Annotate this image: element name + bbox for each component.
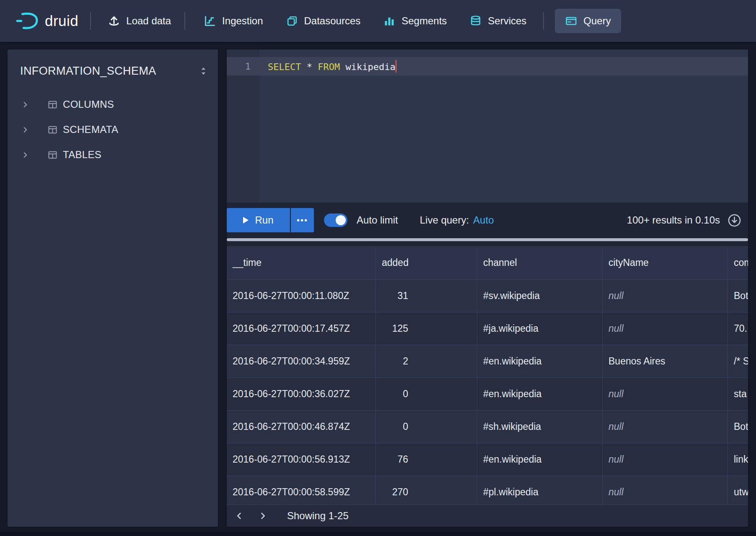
auto-limit-toggle[interactable] <box>324 213 347 227</box>
cell-channel[interactable]: #pl.wikipedia <box>477 476 603 505</box>
nav-label: Load data <box>126 15 171 27</box>
run-button[interactable]: Run <box>227 208 290 232</box>
cell-comment[interactable]: link <box>728 443 748 476</box>
cell-added[interactable]: 2 <box>376 345 477 377</box>
cell-channel[interactable]: #sv.wikipedia <box>477 280 603 312</box>
cell-time[interactable]: 2016-06-27T00:00:17.457Z <box>227 312 376 345</box>
next-page-button[interactable] <box>254 507 272 524</box>
run-bar: Run ••• Auto limit Live query: Auto 100+… <box>227 203 748 246</box>
cell-cityname[interactable]: null <box>603 443 728 476</box>
tree-item-columns[interactable]: COLUMNS <box>8 92 218 117</box>
tree-item-label: SCHEMATA <box>63 124 118 135</box>
cell-cityname[interactable]: null <box>603 280 728 312</box>
tree-item-tables[interactable]: TABLES <box>8 142 218 167</box>
cell-added[interactable]: 125 <box>376 312 477 345</box>
cell-added[interactable]: 0 <box>376 411 477 443</box>
upload-icon <box>108 15 120 27</box>
header-divider <box>90 12 91 30</box>
nav-query[interactable]: Query <box>555 9 621 33</box>
cell-channel[interactable]: #en.wikipedia <box>477 378 603 410</box>
schema-tree: COLUMNS SCHEMATA TABLES <box>8 92 218 167</box>
text-cursor-icon <box>396 60 396 73</box>
table-row: 2016-06-27T00:00:36.027Z 0 #en.wikipedia… <box>227 378 748 411</box>
prev-page-button[interactable] <box>230 507 249 524</box>
cell-cityname[interactable]: null <box>603 378 728 410</box>
cell-channel[interactable]: #en.wikipedia <box>477 345 603 377</box>
table-icon <box>47 99 58 110</box>
segments-bars-icon <box>383 15 396 27</box>
tree-item-schemata[interactable]: SCHEMATA <box>8 117 218 142</box>
column-header-cityname[interactable]: cityName <box>603 246 728 279</box>
cell-comment[interactable]: utw <box>728 476 748 505</box>
table-row: 2016-06-27T00:00:11.080Z 31 #sv.wikipedi… <box>227 280 748 312</box>
sql-editor[interactable]: 1 SELECT * FROM wikipedia <box>227 49 748 203</box>
cell-added[interactable]: 0 <box>376 378 477 410</box>
cell-added[interactable]: 270 <box>376 476 477 505</box>
cell-added[interactable]: 31 <box>376 280 477 312</box>
druid-logo-icon <box>15 11 39 31</box>
download-icon <box>728 213 741 227</box>
druid-logo-text: druid <box>45 13 78 29</box>
bottom-strip <box>0 532 756 536</box>
header-divider <box>543 12 544 30</box>
run-more-button[interactable]: ••• <box>291 208 314 232</box>
cell-cityname[interactable]: null <box>603 476 728 505</box>
column-header-channel[interactable]: channel <box>477 246 603 279</box>
cell-comment[interactable]: Bot <box>728 280 748 312</box>
ingestion-chart-icon <box>204 15 216 27</box>
cell-cityname[interactable]: null <box>603 312 728 345</box>
cell-cityname[interactable]: null <box>603 411 728 443</box>
cell-comment[interactable]: Bot <box>728 411 748 443</box>
nav-label: Ingestion <box>222 15 263 27</box>
cell-time[interactable]: 2016-06-27T00:00:11.080Z <box>227 280 376 312</box>
editor-line-1[interactable]: 1 SELECT * FROM wikipedia <box>227 57 748 75</box>
nav-label: Datasources <box>304 15 361 27</box>
cell-channel[interactable]: #en.wikipedia <box>477 443 603 476</box>
cell-time[interactable]: 2016-06-27T00:00:34.959Z <box>227 345 376 377</box>
line-number: 1 <box>227 61 259 72</box>
cell-comment[interactable]: 70. <box>728 312 748 345</box>
table-row: 2016-06-27T00:00:46.874Z 0 #sh.wikipedia… <box>227 411 748 443</box>
column-header-added[interactable]: added <box>376 246 477 279</box>
cell-time[interactable]: 2016-06-27T00:00:36.027Z <box>227 378 376 410</box>
sql-keyword: FROM <box>318 62 340 72</box>
cell-time[interactable]: 2016-06-27T00:00:46.874Z <box>227 411 376 443</box>
tree-item-label: COLUMNS <box>63 99 114 110</box>
pagination-bar: Showing 1-25 <box>227 505 748 527</box>
schema-selector[interactable]: INFORMATION_SCHEMA <box>8 49 218 86</box>
column-header-time[interactable]: __time <box>227 246 376 279</box>
sql-query-text[interactable]: SELECT * FROM wikipedia <box>259 60 396 73</box>
nav-load-data[interactable]: Load data <box>104 10 175 32</box>
column-header-comment[interactable]: comment <box>728 246 748 279</box>
druid-logo[interactable]: druid <box>15 11 78 31</box>
nav-label: Query <box>583 15 611 27</box>
results-summary: 100+ results in 0.10s <box>627 214 720 226</box>
cell-comment[interactable]: sta <box>728 378 748 410</box>
table-row: 2016-06-27T00:00:17.457Z 125 #ja.wikiped… <box>227 312 748 345</box>
results-table: __time added channel cityName comment 20… <box>227 246 748 505</box>
cell-channel[interactable]: #sh.wikipedia <box>477 411 603 443</box>
nav-datasources[interactable]: Datasources <box>282 10 365 32</box>
tree-item-label: TABLES <box>63 149 101 161</box>
run-controls: Run ••• Auto limit Live query: Auto 100+… <box>227 203 748 238</box>
cell-time[interactable]: 2016-06-27T00:00:56.913Z <box>227 443 376 476</box>
table-icon <box>47 125 58 135</box>
cell-time[interactable]: 2016-06-27T00:00:58.599Z <box>227 476 376 505</box>
download-results-button[interactable] <box>728 213 741 227</box>
ellipsis-icon: ••• <box>297 216 308 225</box>
query-workbench: 1 SELECT * FROM wikipedia Run ••• Auto l… <box>227 49 748 527</box>
cell-comment[interactable]: /* S <box>728 345 748 377</box>
horizontal-scrollbar[interactable] <box>227 238 748 241</box>
sql-text: * <box>301 62 318 72</box>
schema-sidebar: INFORMATION_SCHEMA COLUMNS <box>8 49 218 527</box>
nav-segments[interactable]: Segments <box>379 10 451 32</box>
cell-channel[interactable]: #ja.wikipedia <box>477 312 603 345</box>
nav-ingestion[interactable]: Ingestion <box>199 10 267 32</box>
table-header-row: __time added channel cityName comment <box>227 246 748 280</box>
sql-keyword: SELECT <box>268 62 301 72</box>
sql-text: wikipedia <box>340 62 395 72</box>
cell-added[interactable]: 76 <box>376 443 477 476</box>
nav-services[interactable]: Services <box>465 10 531 32</box>
cell-cityname[interactable]: Buenos Aires <box>603 345 728 377</box>
live-query-value[interactable]: Auto <box>473 214 494 226</box>
